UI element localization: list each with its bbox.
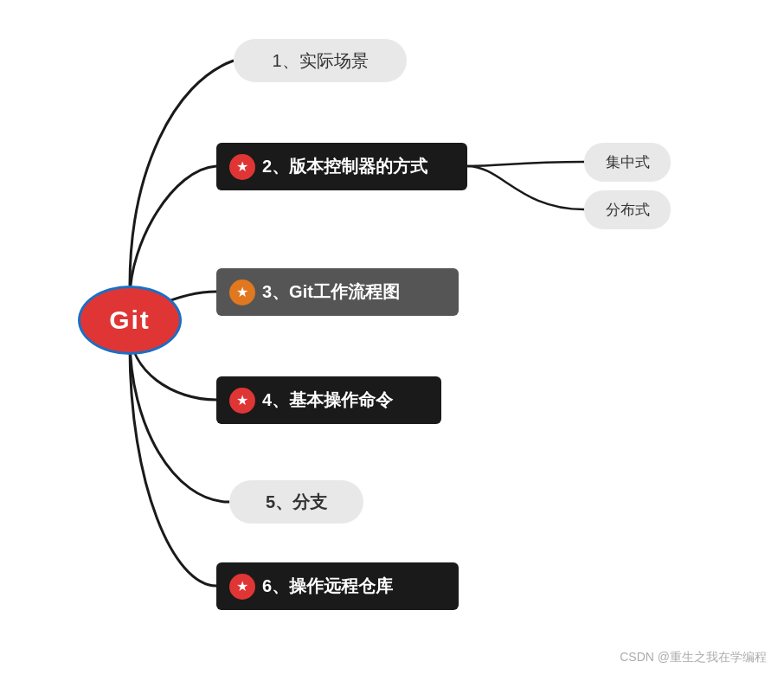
center-node: Git <box>78 286 182 355</box>
node-2-label: 2、版本控制器的方式 <box>262 155 427 178</box>
node-1-label: 1、实际场景 <box>272 49 368 73</box>
subnode-jizhong-label: 集中式 <box>606 152 650 172</box>
node-2: ★ 2、版本控制器的方式 <box>216 143 467 190</box>
node-4-label: 4、基本操作命令 <box>262 389 393 412</box>
node-4: ★ 4、基本操作命令 <box>216 376 441 424</box>
diagram-container: Git 1、实际场景 ★ 2、版本控制器的方式 ★ 3、Git工作流程图 ★ 4… <box>0 0 784 681</box>
node-6-icon: ★ <box>229 574 255 600</box>
node-2-icon: ★ <box>229 154 255 180</box>
node-3-icon: ★ <box>229 279 255 305</box>
subnode-fenbushi-label: 分布式 <box>606 200 650 220</box>
node-6: ★ 6、操作远程仓库 <box>216 562 459 610</box>
subnode-fenbushi: 分布式 <box>584 190 671 229</box>
node-3: ★ 3、Git工作流程图 <box>216 268 459 316</box>
node-3-label: 3、Git工作流程图 <box>262 280 400 304</box>
center-node-label: Git <box>109 305 151 335</box>
node-5: 5、分支 <box>229 480 363 524</box>
node-6-label: 6、操作远程仓库 <box>262 575 393 598</box>
node-4-icon: ★ <box>229 388 255 414</box>
node-5-label: 5、分支 <box>266 491 327 514</box>
watermark: CSDN @重生之我在学编程 <box>620 650 767 665</box>
subnode-jizhong: 集中式 <box>584 143 671 182</box>
node-1: 1、实际场景 <box>234 39 407 82</box>
